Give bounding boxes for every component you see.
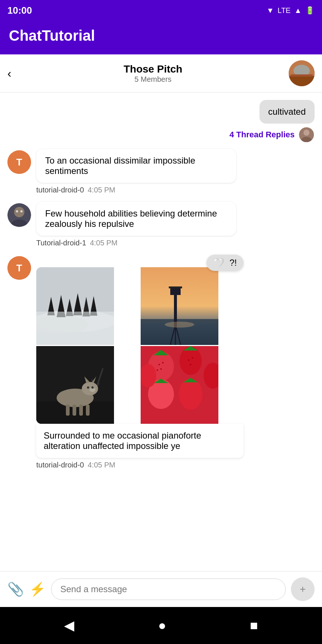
send-button[interactable]: + xyxy=(291,577,315,601)
svg-rect-26 xyxy=(170,288,181,295)
chat-group-avatar[interactable] xyxy=(289,60,315,86)
battery-icon: 🔋 xyxy=(305,6,315,15)
back-button[interactable]: ‹ xyxy=(7,67,11,80)
svg-point-8 xyxy=(14,207,24,217)
message-images: T 🤍 ?! xyxy=(7,255,315,469)
svg-point-59 xyxy=(158,364,160,365)
chat-header: ‹ Those Pitch 5 Members xyxy=(0,54,322,93)
attach-button[interactable]: 📎 xyxy=(7,581,24,597)
nav-home-button[interactable]: ● xyxy=(158,618,166,633)
exclaim-reaction: ?! xyxy=(229,258,237,268)
svg-point-63 xyxy=(188,359,189,361)
chat-name: Those Pitch xyxy=(17,63,289,75)
chat-members: 5 Members xyxy=(17,75,289,84)
lightning-button[interactable]: ⚡ xyxy=(29,581,46,597)
bubble-occasional: To an occasional dissimilar impossible s… xyxy=(36,149,236,183)
message-content-occasional: To an occasional dissimilar impossible s… xyxy=(36,149,236,194)
wifi-icon: ▼ xyxy=(266,6,274,15)
msg-time-0: 4:05 PM xyxy=(88,186,115,194)
msg-sender-0: tutorial-droid-0 xyxy=(36,186,84,194)
svg-point-51 xyxy=(180,347,202,375)
bubble-household: Few household abilities believing determ… xyxy=(36,202,236,236)
reaction-bar: 🤍 ?! xyxy=(36,255,244,271)
status-time: 10:00 xyxy=(7,5,32,16)
message-content-household: Few household abilities believing determ… xyxy=(36,202,236,247)
message-household: Few household abilities believing determ… xyxy=(7,202,315,247)
svg-point-10 xyxy=(16,210,18,212)
lte-label: LTE xyxy=(278,6,291,15)
thread-replies[interactable]: 4 Thread Replies xyxy=(229,127,315,143)
avatar-droid-0: T xyxy=(7,150,31,174)
svg-rect-3 xyxy=(291,74,313,77)
svg-point-5 xyxy=(303,130,309,135)
heart-reaction: 🤍 xyxy=(213,258,224,268)
thread-replies-label: 4 Thread Replies xyxy=(229,130,295,140)
msg-time-1: 4:05 PM xyxy=(90,239,117,247)
message-occasional: T To an occasional dissimilar impossible… xyxy=(7,149,315,194)
svg-rect-47 xyxy=(86,405,90,416)
msg-time-images: 4:05 PM xyxy=(88,461,115,469)
image-wolf xyxy=(36,346,114,424)
app-header: ChatTutorial xyxy=(0,21,322,54)
signal-icon: ▲ xyxy=(294,6,302,15)
avatar-droid-1 xyxy=(7,203,31,227)
msg-meta-images: tutorial-droid-0 4:05 PM xyxy=(36,461,244,469)
svg-point-65 xyxy=(190,364,191,365)
message-input[interactable] xyxy=(60,584,276,594)
bottom-bar: 📎 ⚡ + xyxy=(0,571,322,607)
svg-point-31 xyxy=(165,322,194,328)
image-tower-sunset xyxy=(141,267,218,345)
thread-reply-avatar xyxy=(298,127,315,143)
messages-area: cultivated 4 Thread Replies T To an occa… xyxy=(0,93,322,571)
svg-point-61 xyxy=(160,368,162,370)
chat-header-info: Those Pitch 5 Members xyxy=(17,63,289,84)
image-grid[interactable] xyxy=(36,267,244,424)
nav-bar: ◀ ● ■ xyxy=(0,607,322,644)
svg-point-58 xyxy=(141,364,156,388)
nav-recents-button[interactable]: ■ xyxy=(250,618,258,633)
svg-point-64 xyxy=(192,357,193,359)
svg-rect-22 xyxy=(36,312,114,345)
status-icons: ▼ LTE ▲ 🔋 xyxy=(266,6,315,15)
app-title: ChatTutorial xyxy=(9,27,95,44)
svg-rect-1 xyxy=(289,76,315,86)
message-input-wrap[interactable] xyxy=(51,578,286,600)
reaction-pill[interactable]: 🤍 ?! xyxy=(207,255,244,271)
svg-point-62 xyxy=(157,369,158,371)
status-bar: 10:00 ▼ LTE ▲ 🔋 xyxy=(0,0,322,21)
image-message-content: 🤍 ?! xyxy=(36,255,244,469)
svg-rect-46 xyxy=(79,405,83,416)
nav-back-button[interactable]: ◀ xyxy=(64,618,74,633)
send-icon: + xyxy=(300,583,306,595)
svg-rect-44 xyxy=(66,405,70,416)
image-caption: Surrounded to me occasional pianoforte a… xyxy=(36,424,244,458)
msg-meta-household: Tutorial-droid-1 4:05 PM xyxy=(36,239,236,247)
svg-point-60 xyxy=(162,362,164,363)
msg-meta-occasional: tutorial-droid-0 4:05 PM xyxy=(36,186,236,194)
svg-point-43 xyxy=(91,386,94,389)
msg-sender-1: Tutorial-droid-1 xyxy=(36,239,86,247)
message-cultivated: cultivated 4 Thread Replies xyxy=(7,100,315,143)
svg-point-38 xyxy=(82,382,98,395)
image-strawberries xyxy=(141,346,218,424)
svg-rect-27 xyxy=(169,286,182,288)
bubble-cultivated: cultivated xyxy=(259,100,315,124)
svg-point-11 xyxy=(20,210,23,212)
svg-point-42 xyxy=(87,386,89,389)
image-foggy-forest xyxy=(36,267,114,345)
group-avatar-image xyxy=(289,60,315,86)
svg-point-55 xyxy=(179,379,202,410)
svg-rect-45 xyxy=(73,405,76,416)
msg-sender-images: tutorial-droid-0 xyxy=(36,461,84,469)
avatar-droid-0b: T xyxy=(7,256,31,280)
